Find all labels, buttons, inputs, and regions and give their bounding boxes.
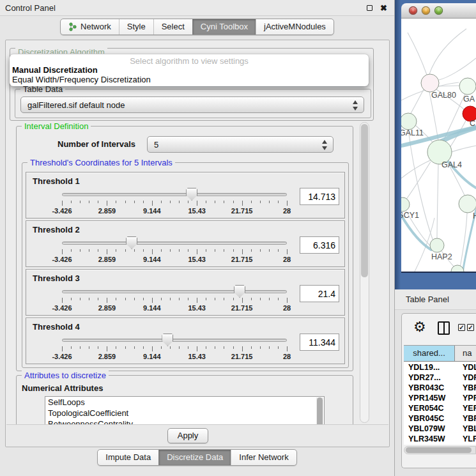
network-node-hap2[interactable]	[430, 238, 444, 252]
algorithm-popup-prompt: Select algorithm to view settings	[10, 54, 369, 65]
slider-track[interactable]	[62, 242, 287, 245]
network-node-ga[interactable]	[459, 78, 476, 95]
table-row[interactable]: YIL052CYIL0	[404, 444, 476, 445]
tick-mark	[179, 249, 180, 252]
tick-label: 2.859	[98, 207, 116, 215]
float-icon	[367, 5, 372, 11]
table-row[interactable]: YDL19...YDL1	[404, 362, 476, 372]
table-row[interactable]: YBL079WYBL0	[404, 424, 476, 434]
threshold-slider[interactable]: -3.4262.8599.14415.4321.71528	[62, 336, 287, 363]
number-of-intervals-spinner[interactable]: 5	[147, 136, 334, 153]
tab-network[interactable]: Network	[61, 19, 119, 35]
threshold-slider[interactable]: -3.4262.8599.14415.4321.71528	[62, 239, 287, 266]
tab-label: Discretize Data	[167, 452, 223, 462]
network-node-h[interactable]	[459, 195, 476, 213]
tab-cyni-toolbox[interactable]: Cyni Toolbox	[192, 19, 256, 35]
threshold-slider[interactable]: -3.4262.8599.14415.4321.71528	[62, 288, 287, 314]
apply-row: Apply	[6, 424, 388, 447]
tick-mark	[62, 201, 63, 206]
tick-mark	[188, 298, 188, 300]
attributes-scrollbar[interactable]	[316, 397, 323, 424]
tick-mark	[170, 249, 171, 252]
table-row[interactable]: YER054CYER0	[404, 403, 476, 413]
table-row[interactable]: YPR145WYPR1	[404, 393, 476, 403]
table-row[interactable]: YBR045CYBR0	[404, 413, 476, 424]
slider-track[interactable]	[62, 290, 287, 293]
tick-mark	[125, 201, 126, 203]
threshold-value-field[interactable]	[300, 285, 339, 302]
tick-mark	[242, 346, 243, 351]
table-data-combobox[interactable]: galFiltered.sif default node	[20, 96, 364, 113]
tick-label: 15.43	[188, 256, 206, 263]
threshold-label: Threshold 2	[33, 225, 80, 234]
tick-mark	[287, 346, 288, 351]
threshold-value-field[interactable]	[300, 334, 339, 351]
control-panel-content: Discretization Algorithm Table Data galF…	[5, 40, 390, 447]
spinner-stepper-icon	[322, 139, 328, 151]
tab-style[interactable]: Style	[119, 19, 153, 35]
tab-select[interactable]: Select	[153, 19, 192, 35]
network-canvas[interactable]: GAL80GACGAL11GAL4GCY1HHAP2	[401, 19, 476, 273]
zoom-light-icon[interactable]	[434, 6, 443, 15]
tab-impute-data[interactable]: Impute Data	[98, 450, 158, 465]
panel-scrollbar[interactable]	[360, 122, 369, 423]
threshold-value-field[interactable]	[300, 188, 339, 205]
tick-label: 28	[283, 256, 291, 263]
slider-thumb[interactable]	[186, 188, 197, 201]
close-light-icon[interactable]	[409, 6, 417, 15]
network-node-gal80[interactable]	[421, 74, 439, 92]
slider-track[interactable]	[62, 339, 287, 342]
algorithm-option-equal-width[interactable]: Equal Width/Frequency Discretization	[10, 75, 369, 84]
threshold-value-field[interactable]	[300, 236, 339, 254]
tick-mark	[170, 346, 171, 349]
tick-mark	[143, 201, 144, 203]
threshold-slider[interactable]: -3.4262.8599.14415.4321.71528	[62, 190, 287, 217]
numerical-attributes-list[interactable]: SelfLoopsTopologicalCoefficientBetweenne…	[45, 396, 325, 424]
slider-thumb[interactable]	[234, 285, 245, 298]
slider-thumb[interactable]	[162, 334, 173, 346]
slider-track[interactable]	[62, 193, 287, 196]
float-window-button[interactable]	[365, 4, 374, 12]
network-node-gal11[interactable]	[401, 113, 417, 130]
attribute-list-item[interactable]: SelfLoops	[45, 397, 324, 408]
panel-scrollbar-thumb[interactable]	[361, 124, 368, 277]
columns-icon[interactable]	[438, 321, 450, 335]
attributes-scrollbar-thumb[interactable]	[317, 397, 323, 424]
network-window-titlebar[interactable]	[401, 3, 476, 19]
tab-discretize-data[interactable]: Discretize Data	[158, 450, 231, 465]
column-header-shared-name[interactable]: shared...	[404, 346, 455, 361]
table-row[interactable]: YDR27...YDR2	[404, 372, 476, 383]
attribute-list-item[interactable]: BetweennessCentrality	[45, 418, 324, 424]
slider-thumb[interactable]	[126, 236, 137, 249]
slider-tick-labels: -3.4262.8599.14415.4321.71528	[62, 304, 287, 313]
bottom-tab-bar: Impute DataDiscretize DataInfer Network	[0, 449, 394, 466]
close-panel-button[interactable]: ✖	[380, 4, 388, 12]
tick-mark	[116, 346, 116, 349]
tick-label: 9.144	[143, 353, 161, 360]
table-hscrollbar-thumb[interactable]	[406, 447, 472, 453]
tick-label: 15.43	[188, 304, 206, 312]
checkbox-select-icon[interactable]: ✓	[467, 324, 474, 331]
tick-mark	[125, 346, 126, 349]
apply-button[interactable]: Apply	[167, 428, 208, 443]
table-row[interactable]: YBR043CYBR0	[404, 383, 476, 393]
network-edge	[406, 162, 431, 200]
network-graph[interactable]: GAL80GACGAL11GAL4GCY1HHAP2	[401, 19, 476, 272]
tab-jactivemnodules[interactable]: jActiveMNodules	[256, 19, 334, 35]
panel-title: Control Panel	[5, 3, 56, 13]
checkbox-select-all-icon[interactable]: ✓	[458, 324, 465, 331]
tab-infer-network[interactable]: Infer Network	[231, 450, 296, 465]
tick-mark	[71, 346, 72, 349]
table-row[interactable]: YLR345WYLR3	[404, 434, 476, 444]
tick-mark	[80, 346, 81, 349]
tick-mark	[188, 346, 188, 349]
algorithm-option-manual[interactable]: Manual Discretization	[10, 65, 369, 75]
minimize-light-icon[interactable]	[422, 6, 430, 15]
table-hscrollbar[interactable]	[404, 446, 476, 454]
network-node-gcy1[interactable]	[401, 197, 410, 211]
gear-icon[interactable]: ⚙	[413, 319, 426, 335]
node-label: GA	[463, 95, 475, 104]
attribute-list-item[interactable]: TopologicalCoefficient	[45, 408, 324, 418]
tick-mark	[287, 201, 288, 206]
column-header-name[interactable]: na	[455, 346, 476, 361]
